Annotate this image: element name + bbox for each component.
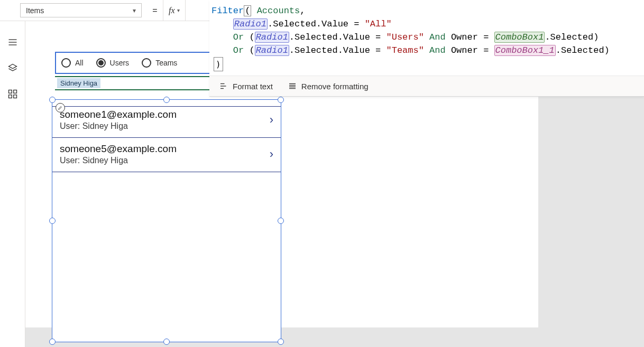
resize-handle[interactable] <box>49 97 56 103</box>
gallery-item-subtitle: User: Sidney Higa <box>60 156 177 165</box>
radio-option-users[interactable]: Users <box>96 58 130 68</box>
svg-rect-5 <box>13 90 16 93</box>
radio-icon <box>142 58 151 68</box>
left-nav-rail <box>0 21 25 347</box>
fx-button[interactable]: fx ▾ <box>163 0 186 21</box>
gallery-item[interactable]: someone1@example.com User: Sidney Higa › <box>52 106 281 138</box>
remove-formatting-label: Remove formatting <box>301 82 369 91</box>
formula-token-control: ComboBox1_1 <box>494 45 556 56</box>
formula-token-control: Radio1 <box>255 32 289 43</box>
edit-template-icon[interactable] <box>56 103 65 112</box>
gallery-control-selected[interactable]: someone1@example.com User: Sidney Higa ›… <box>52 99 281 342</box>
radio-option-teams[interactable]: Teams <box>142 58 177 68</box>
formula-close-paren: ) <box>214 57 223 71</box>
chevron-right-icon[interactable]: › <box>270 113 273 127</box>
tree-view-icon[interactable] <box>7 37 18 49</box>
chevron-right-icon[interactable]: › <box>270 147 273 161</box>
radio-option-all[interactable]: All <box>61 58 84 68</box>
layers-icon[interactable] <box>7 63 18 75</box>
formula-token-control: Radio1 <box>255 45 289 56</box>
property-dropdown[interactable]: Items ▾ <box>20 3 142 17</box>
formula-editor-panel: Filter( Accounts, Radio1.Selected.Value … <box>209 0 644 97</box>
combobox-selected-chip: Sidney Higa <box>57 78 100 88</box>
resize-handle[interactable] <box>278 218 284 224</box>
formula-token-control: Radio1 <box>233 18 268 30</box>
resize-handle[interactable] <box>278 97 284 103</box>
formula-token-control: ComboBox1 <box>494 32 545 43</box>
radio-icon <box>61 58 71 68</box>
resize-handle[interactable] <box>163 339 170 345</box>
svg-rect-6 <box>8 95 12 98</box>
gallery-item-title: someone1@example.com <box>60 109 177 120</box>
resize-handle[interactable] <box>163 97 170 103</box>
radio-icon-selected <box>96 58 106 68</box>
formula-editor[interactable]: Filter( Accounts, Radio1.Selected.Value … <box>209 0 644 76</box>
radio-label: All <box>75 59 84 67</box>
resize-handle[interactable] <box>49 218 56 224</box>
gallery-item[interactable]: someone5@example.com User: Sidney Higa › <box>52 138 281 172</box>
equals-sign: = <box>147 0 163 21</box>
fx-label: fx <box>169 6 175 15</box>
format-text-label: Format text <box>233 82 273 91</box>
resize-handle[interactable] <box>278 339 284 345</box>
radio-label: Teams <box>155 59 177 67</box>
gallery-items: someone1@example.com User: Sidney Higa ›… <box>52 100 281 172</box>
chevron-down-icon: ▾ <box>177 7 180 13</box>
gallery-item-subtitle: User: Sidney Higa <box>60 121 177 131</box>
components-icon[interactable] <box>7 89 18 101</box>
gallery-item-title: someone5@example.com <box>60 143 177 155</box>
format-text-button[interactable]: Format text <box>219 81 273 91</box>
property-dropdown-value: Items <box>26 6 44 15</box>
formula-token-function: Filter <box>211 6 244 16</box>
svg-rect-7 <box>13 95 16 98</box>
svg-rect-4 <box>8 90 12 93</box>
radio-label: Users <box>110 59 130 67</box>
formula-toolbar: Format text Remove formatting <box>209 76 644 96</box>
resize-handle[interactable] <box>49 339 56 345</box>
svg-marker-3 <box>8 64 16 69</box>
chevron-down-icon: ▾ <box>133 7 136 14</box>
remove-formatting-button[interactable]: Remove formatting <box>288 81 369 91</box>
formula-token-datasource: Accounts <box>257 6 300 16</box>
